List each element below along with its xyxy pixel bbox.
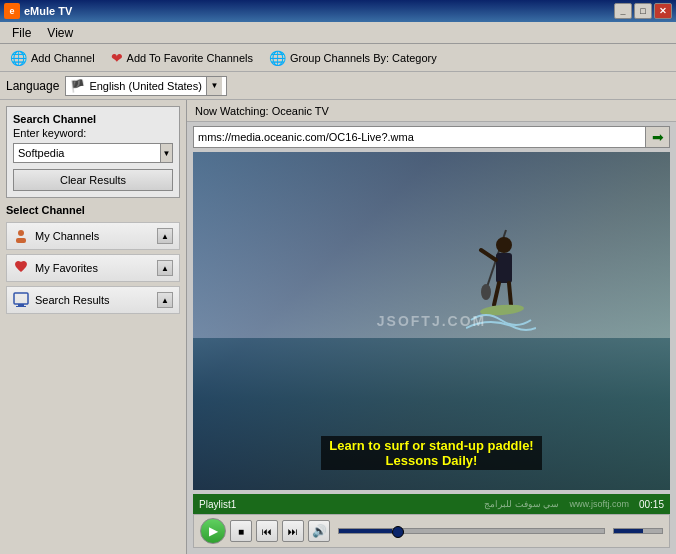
svg-rect-8 (496, 253, 512, 283)
url-input[interactable] (194, 127, 645, 147)
my-favorites-icon (13, 260, 29, 276)
titlebar-buttons: _ □ ✕ (614, 3, 672, 19)
language-dropdown-button[interactable]: ▼ (206, 77, 222, 95)
menu-view[interactable]: View (39, 24, 81, 42)
app-icon: e (4, 3, 20, 19)
keyword-input[interactable] (14, 144, 160, 162)
search-results-item[interactable]: Search Results ▲ (6, 286, 180, 314)
surfer-figure (466, 220, 536, 360)
add-favorite-icon: ❤ (111, 50, 123, 66)
progress-bar[interactable] (338, 528, 605, 534)
my-channels-item[interactable]: My Channels ▲ (6, 222, 180, 250)
progress-thumb (392, 526, 404, 538)
sky-layer (193, 152, 670, 338)
add-channel-icon: 🌐 (10, 50, 27, 66)
my-channels-label: My Channels (35, 230, 99, 242)
player-controls: ▶ ■ ⏮ ⏭ 🔊 (193, 514, 670, 548)
my-channels-collapse-button[interactable]: ▲ (157, 228, 173, 244)
stop-button[interactable]: ■ (230, 520, 252, 542)
minimize-button[interactable]: _ (614, 3, 632, 19)
now-watching-prefix: Now Watching: (195, 105, 269, 117)
playlist-branding: سي سوفت للبرامج www.jsoftj.com (484, 499, 629, 509)
clear-results-button[interactable]: Clear Results (13, 169, 173, 191)
language-label: Language (6, 79, 59, 93)
prev-button[interactable]: ⏮ (256, 520, 278, 542)
video-background: JSOFTJ.COM Learn to surf or stand-up pad… (193, 152, 670, 490)
video-watermark: JSOFTJ.COM (377, 313, 486, 329)
now-watching-channel: Oceanic TV (272, 105, 329, 117)
my-favorites-label: My Favorites (35, 262, 98, 274)
group-channels-button[interactable]: 🌐 Group Channels By: Category (265, 48, 441, 68)
search-section-title: Search Channel (13, 113, 173, 125)
right-panel: Now Watching: Oceanic TV ➡ (187, 100, 676, 554)
channel-list: My Channels ▲ My Favorites ▲ (6, 222, 180, 548)
my-channels-icon (13, 228, 29, 244)
search-channel-section: Search Channel Enter keyword: ▼ Clear Re… (6, 106, 180, 198)
add-channel-label: Add Channel (31, 52, 95, 64)
search-results-icon (13, 292, 29, 308)
close-button[interactable]: ✕ (654, 3, 672, 19)
svg-rect-2 (14, 293, 28, 304)
toolbar: 🌐 Add Channel ❤ Add To Favorite Channels… (0, 44, 676, 72)
volume-fill (614, 529, 643, 533)
subtitle-text: Learn to surf or stand-up paddle! Lesson… (321, 436, 541, 470)
svg-rect-4 (16, 306, 26, 307)
keyword-label: Enter keyword: (13, 127, 173, 139)
menubar: File View (0, 22, 676, 44)
progress-fill (339, 529, 392, 533)
playlist-time: 00:15 (639, 499, 664, 510)
volume-slider[interactable] (613, 528, 663, 534)
add-favorite-button[interactable]: ❤ Add To Favorite Channels (107, 48, 257, 68)
svg-point-6 (481, 284, 491, 300)
my-favorites-collapse-button[interactable]: ▲ (157, 260, 173, 276)
svg-rect-3 (18, 304, 24, 306)
my-favorites-item[interactable]: My Favorites ▲ (6, 254, 180, 282)
titlebar-left: e eMule TV (4, 3, 72, 19)
subtitle-line1: Learn to surf or stand-up paddle! (329, 438, 533, 453)
playlist-label: Playlist1 (199, 499, 236, 510)
video-area: JSOFTJ.COM Learn to surf or stand-up pad… (193, 152, 670, 490)
svg-line-9 (481, 250, 496, 260)
select-channel-title: Select Channel (6, 204, 180, 216)
group-channels-icon: 🌐 (269, 50, 286, 66)
add-favorite-label: Add To Favorite Channels (127, 52, 253, 64)
window-title: eMule TV (24, 5, 72, 17)
left-panel: Search Channel Enter keyword: ▼ Clear Re… (0, 100, 187, 554)
svg-point-7 (496, 237, 512, 253)
go-arrow-icon: ➡ (652, 129, 664, 145)
langbar: Language 🏴 English (United States) ▼ (0, 72, 676, 100)
url-go-button[interactable]: ➡ (645, 127, 669, 147)
svg-rect-1 (16, 238, 26, 243)
url-bar: ➡ (193, 126, 670, 148)
main-area: Search Channel Enter keyword: ▼ Clear Re… (0, 100, 676, 554)
add-channel-button[interactable]: 🌐 Add Channel (6, 48, 99, 68)
keyword-dropdown-button[interactable]: ▼ (160, 144, 172, 162)
menu-file[interactable]: File (4, 24, 39, 42)
language-value: English (United States) (89, 80, 202, 92)
maximize-button[interactable]: □ (634, 3, 652, 19)
next-button[interactable]: ⏭ (282, 520, 304, 542)
svg-line-11 (509, 283, 511, 305)
flag-icon: 🏴 (70, 79, 85, 93)
arabic-text: سي سوفت للبرامج (484, 499, 559, 509)
search-results-collapse-button[interactable]: ▲ (157, 292, 173, 308)
group-channels-label: Group Channels By: Category (290, 52, 437, 64)
subtitle-bar: Learn to surf or stand-up paddle! Lesson… (193, 436, 670, 470)
keyword-input-row: ▼ (13, 143, 173, 163)
titlebar: e eMule TV _ □ ✕ (0, 0, 676, 22)
play-button[interactable]: ▶ (200, 518, 226, 544)
branding-url: www.jsoftj.com (569, 499, 629, 509)
svg-line-10 (494, 283, 499, 305)
subtitle-line2: Lessons Daily! (329, 453, 533, 468)
svg-point-0 (18, 230, 24, 236)
language-selector[interactable]: 🏴 English (United States) ▼ (65, 76, 227, 96)
volume-button[interactable]: 🔊 (308, 520, 330, 542)
now-watching-bar: Now Watching: Oceanic TV (187, 100, 676, 122)
playlist-bar: Playlist1 سي سوفت للبرامج www.jsoftj.com… (193, 494, 670, 514)
search-results-label: Search Results (35, 294, 110, 306)
